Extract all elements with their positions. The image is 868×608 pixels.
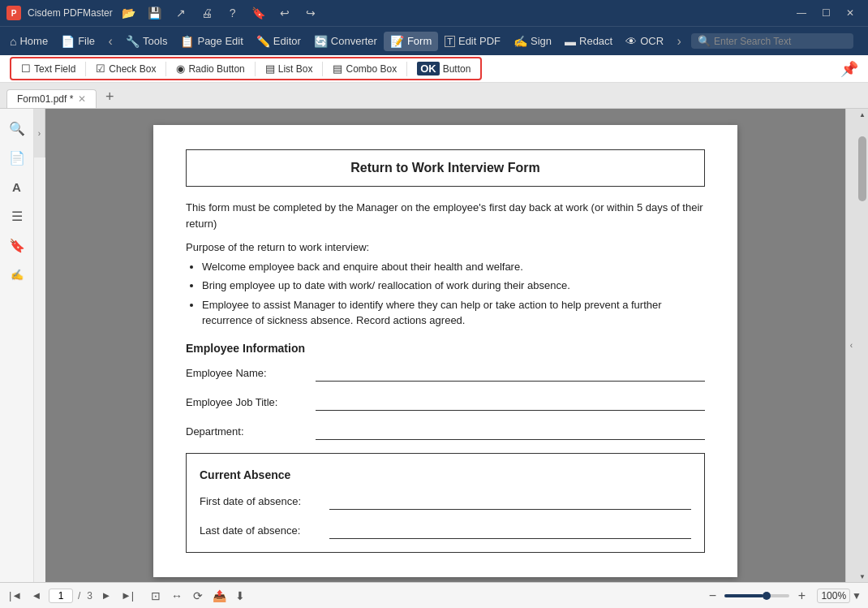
sidebar-list[interactable]: ☰ bbox=[4, 203, 30, 229]
collapse-right-button[interactable]: ‹ bbox=[845, 109, 857, 582]
add-tab-button[interactable]: + bbox=[100, 87, 119, 106]
first-page-button[interactable]: |◄ bbox=[6, 587, 24, 605]
collapse-left-button[interactable]: › bbox=[34, 109, 45, 157]
sidebar-pages[interactable]: 📄 bbox=[4, 144, 30, 170]
scroll-down-button[interactable]: ▼ bbox=[857, 571, 868, 582]
absence-header: Current Absence bbox=[200, 467, 691, 484]
title-icon-share[interactable]: ↗ bbox=[171, 3, 191, 23]
title-icon-open[interactable]: 📂 bbox=[119, 3, 139, 23]
pin-button[interactable]: 📌 bbox=[840, 60, 858, 78]
fit-width-button[interactable]: ↔ bbox=[167, 586, 187, 606]
divider3 bbox=[255, 62, 256, 76]
tool-button[interactable]: OK Button bbox=[410, 60, 477, 77]
scrollbar-track[interactable] bbox=[857, 120, 868, 571]
last-date-field[interactable] bbox=[329, 523, 691, 539]
menu-editor[interactable]: ✏️ Editor bbox=[250, 32, 307, 51]
maximize-button[interactable]: ☐ bbox=[814, 5, 837, 21]
menu-redact[interactable]: ▬ Redact bbox=[558, 32, 619, 51]
title-icon-save[interactable]: 💾 bbox=[145, 3, 165, 23]
home-icon: ⌂ bbox=[10, 35, 16, 48]
menu-form-label: Form bbox=[407, 35, 432, 47]
menu-home-label: Home bbox=[19, 35, 48, 47]
menu-sign-label: Sign bbox=[531, 35, 552, 47]
minimize-button[interactable]: — bbox=[790, 5, 813, 21]
menu-ocr[interactable]: 👁 OCR bbox=[619, 32, 670, 51]
sidebar-text[interactable]: A bbox=[4, 174, 30, 200]
main-content: 🔍 📄 A ☰ 🔖 ✍ › Return to Work Interview F… bbox=[0, 109, 868, 582]
title-icon-bookmark[interactable]: 🔖 bbox=[249, 3, 269, 23]
list-item: Bring employee up to date with work/ rea… bbox=[202, 278, 705, 294]
zoom-out-button[interactable]: − bbox=[703, 587, 721, 605]
menu-converter[interactable]: 🔄 Converter bbox=[307, 32, 384, 51]
menu-form[interactable]: 📝 Form bbox=[384, 32, 438, 51]
menu-sign[interactable]: ✍ Sign bbox=[507, 32, 558, 51]
search-input[interactable] bbox=[714, 36, 847, 47]
tool-text-field[interactable]: ☐ Text Field bbox=[15, 61, 82, 76]
menu-file[interactable]: 📄 File bbox=[54, 32, 101, 51]
form-tool-group: ☐ Text Field ☑ Check Box ◉ Radio Button … bbox=[10, 57, 482, 80]
extract-button[interactable]: 📤 bbox=[209, 586, 229, 606]
close-tab-button[interactable]: ✕ bbox=[78, 93, 86, 105]
employee-name-field[interactable] bbox=[316, 365, 705, 382]
employee-job-title-field[interactable] bbox=[316, 395, 705, 411]
sidebar-bookmark[interactable]: 🔖 bbox=[4, 232, 30, 258]
page-separator: / bbox=[78, 590, 80, 602]
zoom-select[interactable]: 100% ▼ bbox=[817, 589, 862, 603]
right-scrollbar: ▲ ▼ bbox=[857, 109, 868, 582]
form-icon: 📝 bbox=[390, 35, 404, 48]
tool-list-box[interactable]: ▤ List Box bbox=[259, 61, 320, 76]
tool-combo-box[interactable]: ▤ Combo Box bbox=[326, 61, 403, 76]
scrollbar-thumb[interactable] bbox=[858, 136, 866, 201]
menu-nav-left[interactable]: ‹ bbox=[101, 32, 119, 50]
zoom-slider-thumb[interactable] bbox=[763, 592, 771, 600]
employee-name-row: Employee Name: bbox=[186, 365, 705, 382]
menu-tools[interactable]: 🔧 Tools bbox=[119, 32, 174, 51]
menu-file-label: File bbox=[78, 35, 95, 47]
pdf-viewer[interactable]: Return to Work Interview Form This form … bbox=[45, 109, 845, 582]
menu-edit-pdf[interactable]: T Edit PDF bbox=[438, 32, 507, 50]
download-button[interactable]: ⬇ bbox=[230, 586, 250, 606]
department-field[interactable] bbox=[316, 424, 705, 440]
editor-icon: ✏️ bbox=[256, 35, 270, 48]
menu-home[interactable]: ⌂ Home bbox=[3, 32, 54, 51]
bullet-list: Welcome employee back and enquire about … bbox=[202, 259, 705, 329]
sidebar-search[interactable]: 🔍 bbox=[4, 115, 30, 141]
title-icon-help[interactable]: ? bbox=[223, 3, 243, 23]
menu-ocr-label: OCR bbox=[640, 35, 664, 47]
search-box[interactable]: 🔍 bbox=[691, 33, 853, 49]
tool-button-label: Button bbox=[443, 63, 471, 75]
pdf-page: Return to Work Interview Form This form … bbox=[153, 125, 737, 577]
employee-job-title-row: Employee Job Title: bbox=[186, 395, 705, 411]
sidebar-signature[interactable]: ✍ bbox=[4, 261, 30, 287]
divider4 bbox=[322, 62, 323, 76]
menu-bar: ⌂ Home 📄 File ‹ 🔧 Tools 📋 Page Edit ✏️ E… bbox=[0, 26, 868, 55]
title-icon-print[interactable]: 🖨 bbox=[197, 3, 217, 23]
title-bar: P Cisdem PDFMaster 📂 💾 ↗ 🖨 ? 🔖 ↩ ↪ — ☐ ✕ bbox=[0, 0, 868, 26]
zoom-slider[interactable] bbox=[724, 594, 789, 597]
bottom-bar: |◄ ◄ / 3 ► ►| ⊡ ↔ ⟳ 📤 ⬇ − + 100% ▼ bbox=[0, 582, 868, 608]
title-icon-undo[interactable]: ↩ bbox=[275, 3, 294, 23]
next-page-button[interactable]: ► bbox=[97, 587, 115, 605]
close-button[interactable]: ✕ bbox=[839, 5, 862, 21]
first-date-field[interactable] bbox=[329, 494, 691, 510]
zoom-dropdown-icon[interactable]: ▼ bbox=[852, 590, 862, 602]
bottom-tools: ⊡ ↔ ⟳ 📤 ⬇ bbox=[146, 586, 250, 606]
first-date-label: First date of absence: bbox=[200, 494, 329, 510]
fit-page-button[interactable]: ⊡ bbox=[146, 586, 165, 606]
tool-check-box[interactable]: ☑ Check Box bbox=[89, 61, 162, 76]
page-number-input[interactable] bbox=[49, 589, 73, 603]
search-icon: 🔍 bbox=[698, 35, 711, 47]
zoom-in-button[interactable]: + bbox=[793, 587, 810, 605]
title-icon-redo[interactable]: ↪ bbox=[301, 3, 320, 23]
divider2 bbox=[165, 62, 166, 76]
scroll-up-button[interactable]: ▲ bbox=[857, 109, 868, 120]
ocr-icon: 👁 bbox=[625, 35, 637, 48]
tool-radio-button[interactable]: ◉ Radio Button bbox=[170, 61, 251, 76]
last-page-button[interactable]: ►| bbox=[118, 587, 136, 605]
button-icon: OK bbox=[417, 62, 440, 75]
menu-page-edit[interactable]: 📋 Page Edit bbox=[174, 32, 249, 51]
menu-nav-right[interactable]: › bbox=[670, 32, 688, 50]
rotate-button[interactable]: ⟳ bbox=[188, 586, 208, 606]
prev-page-button[interactable]: ◄ bbox=[28, 587, 45, 605]
tab-form01[interactable]: Form01.pdf * ✕ bbox=[6, 89, 97, 108]
